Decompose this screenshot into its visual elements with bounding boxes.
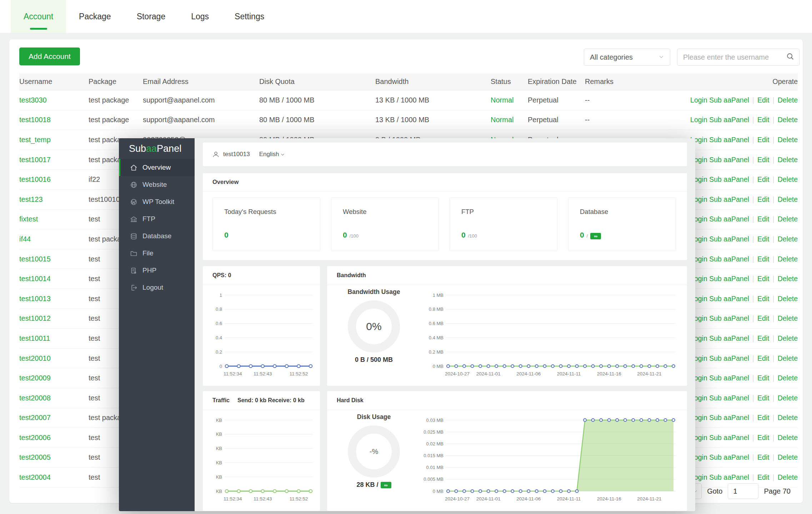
delete-link[interactable]: Delete	[778, 275, 798, 283]
login-sub-aapanel-link[interactable]: Login Sub aaPanel	[690, 136, 749, 144]
username-link[interactable]: test_temp	[19, 136, 51, 144]
login-sub-aapanel-link[interactable]: Login Sub aaPanel	[690, 434, 749, 441]
sidebar-item-database[interactable]: Database	[119, 228, 195, 245]
username-link[interactable]: test3030	[19, 96, 47, 104]
category-filter-select[interactable]: All categories	[584, 49, 670, 66]
edit-link[interactable]: Edit	[757, 175, 770, 183]
delete-link[interactable]: Delete	[778, 215, 798, 223]
edit-link[interactable]: Edit	[757, 136, 770, 144]
login-sub-aapanel-link[interactable]: Login Sub aaPanel	[690, 275, 749, 283]
login-sub-aapanel-link[interactable]: Login Sub aaPanel	[690, 96, 749, 104]
username-link[interactable]: test20008	[19, 394, 51, 402]
login-sub-aapanel-link[interactable]: Login Sub aaPanel	[690, 354, 749, 362]
username-link[interactable]: test10011	[19, 334, 50, 342]
login-sub-aapanel-link[interactable]: Login Sub aaPanel	[690, 215, 749, 223]
tab-logs[interactable]: Logs	[178, 0, 222, 33]
username-link[interactable]: test10015	[19, 255, 51, 263]
username-link[interactable]: test20009	[19, 374, 51, 382]
edit-link[interactable]: Edit	[757, 374, 770, 382]
login-sub-aapanel-link[interactable]: Login Sub aaPanel	[690, 175, 749, 183]
edit-link[interactable]: Edit	[757, 96, 770, 104]
delete-link[interactable]: Delete	[778, 175, 798, 183]
edit-link[interactable]: Edit	[757, 394, 770, 402]
sidebar-item-php[interactable]: PHP	[119, 262, 195, 279]
delete-link[interactable]: Delete	[778, 295, 798, 303]
edit-link[interactable]: Edit	[757, 116, 770, 124]
login-sub-aapanel-link[interactable]: Login Sub aaPanel	[690, 156, 749, 164]
tab-settings[interactable]: Settings	[222, 0, 277, 33]
edit-link[interactable]: Edit	[757, 453, 770, 461]
username-link[interactable]: test10012	[19, 314, 51, 322]
separator: |	[773, 414, 775, 421]
edit-link[interactable]: Edit	[757, 255, 770, 263]
username-link[interactable]: test10017	[19, 156, 51, 164]
sidebar-item-logout[interactable]: Logout	[119, 279, 195, 296]
login-sub-aapanel-link[interactable]: Login Sub aaPanel	[690, 195, 749, 203]
sidebar-item-file[interactable]: File	[119, 245, 195, 262]
login-sub-aapanel-link[interactable]: Login Sub aaPanel	[690, 374, 749, 382]
edit-link[interactable]: Edit	[757, 314, 770, 322]
username-link[interactable]: test10014	[19, 275, 51, 283]
login-sub-aapanel-link[interactable]: Login Sub aaPanel	[690, 394, 749, 402]
username-link[interactable]: test123	[19, 195, 43, 203]
sidebar-item-wp-toolkit[interactable]: WP Toolkit	[119, 193, 195, 210]
edit-link[interactable]: Edit	[757, 354, 770, 362]
delete-link[interactable]: Delete	[778, 116, 798, 124]
sidebar-item-overview[interactable]: Overview	[119, 159, 195, 176]
tab-storage[interactable]: Storage	[124, 0, 179, 33]
delete-link[interactable]: Delete	[778, 453, 798, 461]
delete-link[interactable]: Delete	[778, 414, 798, 421]
delete-link[interactable]: Delete	[778, 96, 798, 104]
edit-link[interactable]: Edit	[757, 235, 770, 243]
login-sub-aapanel-link[interactable]: Login Sub aaPanel	[690, 453, 749, 461]
delete-link[interactable]: Delete	[778, 255, 798, 263]
login-sub-aapanel-link[interactable]: Login Sub aaPanel	[690, 334, 749, 342]
edit-link[interactable]: Edit	[757, 215, 770, 223]
delete-link[interactable]: Delete	[778, 195, 798, 203]
delete-link[interactable]: Delete	[778, 334, 798, 342]
username-link[interactable]: test20004	[19, 473, 51, 481]
tab-account[interactable]: Account	[11, 0, 66, 33]
delete-link[interactable]: Delete	[778, 235, 798, 243]
username-link[interactable]: test20007	[19, 414, 51, 421]
edit-link[interactable]: Edit	[757, 414, 770, 421]
edit-link[interactable]: Edit	[757, 156, 770, 164]
sidebar-item-website[interactable]: Website	[119, 176, 195, 193]
username-link[interactable]: test10018	[19, 116, 51, 124]
edit-link[interactable]: Edit	[757, 295, 770, 303]
delete-link[interactable]: Delete	[778, 354, 798, 362]
login-sub-aapanel-link[interactable]: Login Sub aaPanel	[690, 473, 749, 481]
username-link[interactable]: test20005	[19, 453, 51, 461]
login-sub-aapanel-link[interactable]: Login Sub aaPanel	[690, 414, 749, 421]
language-select[interactable]: English	[259, 151, 285, 158]
delete-link[interactable]: Delete	[778, 394, 798, 402]
delete-link[interactable]: Delete	[778, 374, 798, 382]
username-link[interactable]: test20006	[19, 434, 51, 441]
delete-link[interactable]: Delete	[778, 136, 798, 144]
edit-link[interactable]: Edit	[757, 334, 770, 342]
edit-link[interactable]: Edit	[757, 275, 770, 283]
username-link[interactable]: if44	[19, 235, 31, 243]
tab-package[interactable]: Package	[66, 0, 124, 33]
username-link[interactable]: test10016	[19, 175, 51, 183]
delete-link[interactable]: Delete	[778, 156, 798, 164]
sidebar-item-ftp[interactable]: FTP	[119, 210, 195, 228]
edit-link[interactable]: Edit	[757, 434, 770, 441]
delete-link[interactable]: Delete	[778, 473, 798, 481]
edit-link[interactable]: Edit	[757, 195, 770, 203]
delete-link[interactable]: Delete	[778, 434, 798, 441]
add-account-button[interactable]: Add Account	[19, 48, 80, 65]
username-link[interactable]: fixtest	[19, 215, 38, 223]
login-sub-aapanel-link[interactable]: Login Sub aaPanel	[690, 235, 749, 243]
login-sub-aapanel-link[interactable]: Login Sub aaPanel	[690, 255, 749, 263]
username-link[interactable]: test20010	[19, 354, 51, 362]
login-sub-aapanel-link[interactable]: Login Sub aaPanel	[690, 116, 749, 124]
username-link[interactable]: test10013	[19, 295, 51, 303]
login-sub-aapanel-link[interactable]: Login Sub aaPanel	[690, 314, 749, 322]
login-sub-aapanel-link[interactable]: Login Sub aaPanel	[690, 295, 749, 303]
goto-page-input[interactable]	[728, 483, 758, 499]
edit-link[interactable]: Edit	[757, 473, 770, 481]
delete-link[interactable]: Delete	[778, 314, 798, 322]
username-search-input[interactable]	[682, 53, 786, 62]
search-icon[interactable]	[786, 53, 794, 62]
